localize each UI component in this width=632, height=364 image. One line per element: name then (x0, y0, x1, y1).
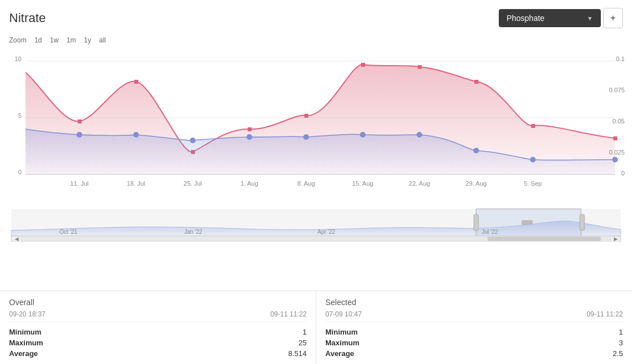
phosphate-dropdown[interactable]: Phosphate ▼ (499, 9, 601, 27)
selected-date-end: 09-11 11:22 (587, 310, 623, 318)
overall-date-end: 09-11 11:22 (270, 310, 307, 318)
selected-date-start: 07-09 10:47 (325, 310, 362, 318)
overall-maximum-row: Maximum 25 (9, 337, 307, 348)
overall-average-value: 8.514 (288, 349, 307, 358)
svg-text:Jan '22: Jan '22 (184, 229, 202, 235)
svg-point-31 (612, 157, 618, 162)
overall-average-label: Average (9, 349, 38, 358)
selected-panel: Selected 07-09 10:47 09-11 11:22 Minimum… (316, 291, 632, 364)
svg-rect-18 (418, 65, 422, 69)
svg-point-24 (190, 138, 196, 143)
overall-panel: Overall 09-20 18:37 09-11 11:22 Minimum … (0, 291, 316, 364)
svg-text:▶: ▶ (614, 236, 618, 242)
svg-rect-20 (531, 124, 535, 128)
main-chart-svg: 10 5 0 0.1 0.075 0.05 0.025 0 (6, 50, 626, 208)
bottom-panels: Overall 09-20 18:37 09-11 11:22 Minimum … (0, 290, 632, 364)
selected-maximum-label: Maximum (325, 339, 359, 347)
svg-rect-16 (304, 114, 308, 118)
overall-maximum-label: Maximum (9, 339, 43, 347)
svg-point-29 (473, 148, 479, 153)
svg-text:29. Aug: 29. Aug (465, 180, 486, 187)
selected-average-row: Average 2.5 (325, 348, 623, 359)
svg-text:0.075: 0.075 (609, 87, 625, 93)
svg-point-25 (247, 134, 252, 140)
overall-minimum-label: Minimum (9, 328, 41, 336)
selected-minimum-value: 1 (619, 328, 623, 336)
svg-text:0: 0 (621, 170, 625, 177)
svg-text:0: 0 (18, 169, 22, 175)
svg-text:10: 10 (15, 55, 22, 62)
svg-text:◀: ◀ (15, 236, 19, 242)
zoom-1m[interactable]: 1m (63, 35, 79, 45)
selected-title: Selected (325, 298, 623, 307)
selected-maximum-value: 3 (619, 339, 623, 347)
svg-rect-17 (361, 63, 365, 67)
svg-rect-15 (248, 127, 252, 131)
svg-text:Jul '22: Jul '22 (482, 229, 498, 235)
chevron-down-icon: ▼ (587, 15, 593, 22)
add-button[interactable]: + (603, 8, 623, 28)
svg-point-28 (417, 132, 422, 138)
main-container: Nitrate Phosphate ▼ + Zoom 1d 1w 1m 1y a… (0, 0, 632, 364)
chart-svg-container: 10 5 0 0.1 0.075 0.05 0.025 0 (6, 50, 626, 242)
header: Nitrate Phosphate ▼ + (0, 0, 632, 33)
zoom-bar: Zoom 1d 1w 1m 1y all (0, 33, 632, 50)
svg-text:11. Jul: 11. Jul (70, 180, 88, 187)
svg-point-30 (530, 157, 536, 162)
svg-rect-12 (78, 119, 82, 123)
svg-rect-46 (580, 215, 584, 230)
zoom-label: Zoom (9, 36, 27, 44)
chart-area: 10 5 0 0.1 0.075 0.05 0.025 0 (0, 50, 632, 290)
svg-point-22 (77, 132, 82, 138)
svg-rect-45 (474, 215, 478, 230)
overall-maximum-value: 25 (299, 339, 307, 347)
svg-text:0.05: 0.05 (613, 118, 625, 125)
zoom-1y[interactable]: 1y (80, 35, 95, 45)
svg-rect-43 (11, 209, 476, 236)
selected-minimum-label: Minimum (325, 328, 358, 336)
svg-rect-57 (487, 237, 601, 241)
svg-text:Apr '22: Apr '22 (317, 229, 336, 235)
selected-average-value: 2.5 (613, 349, 623, 358)
svg-text:15. Aug: 15. Aug (352, 180, 373, 187)
overall-average-row: Average 8.514 (9, 348, 307, 359)
svg-text:1. Aug: 1. Aug (240, 180, 258, 187)
zoom-1w[interactable]: 1w (46, 35, 62, 45)
overall-dates: 09-20 18:37 09-11 11:22 (9, 310, 307, 322)
overall-date-start: 09-20 18:37 (9, 310, 45, 318)
svg-text:18. Jul: 18. Jul (127, 180, 145, 187)
selected-average-label: Average (325, 349, 354, 358)
page-title: Nitrate (9, 11, 46, 25)
svg-text:5: 5 (18, 112, 22, 119)
svg-point-26 (303, 134, 309, 140)
dropdown-label: Phosphate (507, 14, 545, 23)
svg-point-27 (360, 132, 366, 138)
svg-rect-21 (613, 136, 617, 140)
svg-text:25. Jul: 25. Jul (184, 180, 202, 187)
svg-text:5. Sep: 5. Sep (524, 180, 542, 187)
svg-rect-13 (134, 80, 138, 84)
overall-minimum-value: 1 (303, 328, 307, 336)
selected-dates: 07-09 10:47 09-11 11:22 (325, 310, 623, 322)
svg-point-23 (133, 132, 139, 138)
zoom-all[interactable]: all (96, 35, 109, 45)
navigator-svg: Oct '21 Jan '22 Apr '22 Jul '22 ◀ ▶ (6, 208, 626, 242)
svg-text:0.1: 0.1 (616, 55, 625, 62)
header-right: Phosphate ▼ + (499, 8, 623, 28)
svg-text:Oct '21: Oct '21 (60, 229, 78, 235)
svg-rect-47 (521, 220, 533, 225)
svg-text:22. Aug: 22. Aug (409, 180, 430, 187)
selected-maximum-row: Maximum 3 (325, 337, 623, 348)
zoom-1d[interactable]: 1d (31, 35, 45, 45)
svg-rect-19 (474, 80, 478, 84)
overall-title: Overall (9, 298, 307, 307)
selected-minimum-row: Minimum 1 (325, 327, 623, 337)
overall-minimum-row: Minimum 1 (9, 327, 307, 337)
svg-text:8. Aug: 8. Aug (297, 180, 315, 187)
